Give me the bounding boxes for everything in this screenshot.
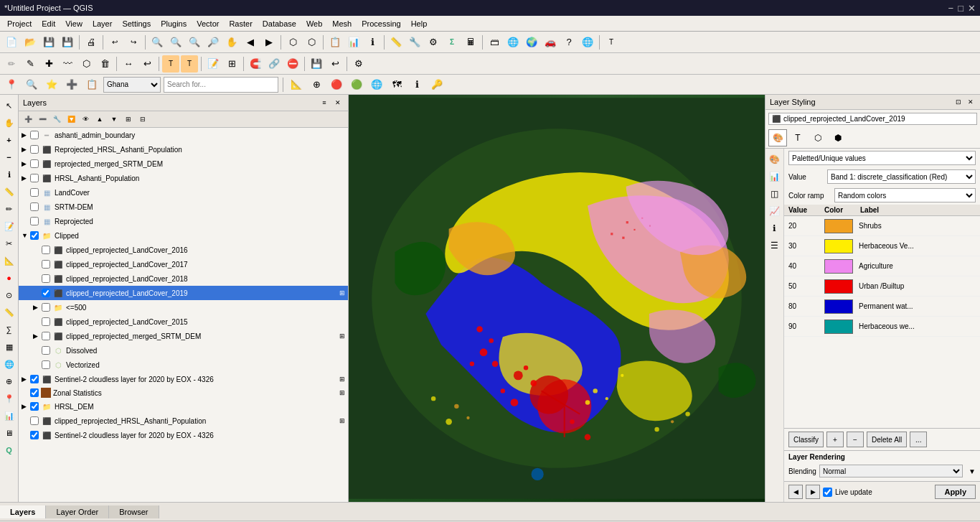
layer-panel-menu-btn[interactable]: ≡ xyxy=(319,97,330,108)
color-swatch-50[interactable] xyxy=(824,279,853,294)
add-color-btn[interactable]: + xyxy=(826,432,844,447)
menu-settings[interactable]: Settings xyxy=(118,18,155,29)
layer-item-srtm-dem[interactable]: ▦ SRTM-DEM xyxy=(19,200,348,214)
expand-icon[interactable]: ▶ xyxy=(22,146,30,153)
layer-item-clipped-hrsl-pop[interactable]: ⬛ clipped_reprojected_HRSL_Ashanti_Popul… xyxy=(19,414,348,428)
add-line-btn[interactable]: 〰 xyxy=(59,55,76,73)
point-tool[interactable]: ● xyxy=(1,270,17,286)
styling-legend-btn[interactable]: ☰ xyxy=(767,238,783,253)
layer-item-clipped-group[interactable]: ▼ 📁 Clipped xyxy=(19,228,348,243)
tool2-btn[interactable]: ⊕ xyxy=(308,76,325,93)
color-swatch-20[interactable] xyxy=(824,219,853,233)
color-swatch-30[interactable] xyxy=(824,239,853,253)
classify-btn[interactable]: Classify xyxy=(788,432,824,447)
globe-tool[interactable]: 🌐 xyxy=(1,356,17,372)
expand-icon[interactable] xyxy=(22,417,30,424)
layer-panel-close-btn[interactable]: ✕ xyxy=(332,97,344,108)
menu-help[interactable]: Help xyxy=(407,18,432,29)
measure-btn[interactable]: 📏 xyxy=(387,34,405,51)
zoom-location-btn[interactable]: 🔍 xyxy=(23,76,40,93)
remove-layer-btn[interactable]: ➖ xyxy=(36,113,49,126)
color-row-30[interactable]: 30 Herbaceous Ve... xyxy=(784,236,980,256)
layer-checkbox[interactable] xyxy=(30,217,39,225)
expand-all-btn[interactable]: ⊞ xyxy=(122,113,135,126)
layer-checkbox[interactable] xyxy=(30,375,39,383)
layer-checkbox[interactable] xyxy=(42,317,50,326)
close-btn[interactable]: ✕ xyxy=(968,3,976,14)
layer-checkbox[interactable] xyxy=(42,274,50,283)
layer-checkbox[interactable] xyxy=(30,402,39,411)
location-select[interactable]: Ghana xyxy=(103,77,161,93)
prev-extent-btn[interactable]: ◀ xyxy=(242,34,259,51)
styling-tab-labels[interactable]: T xyxy=(788,129,807,146)
color-swatch-90[interactable] xyxy=(824,320,853,334)
spatial-tool[interactable]: 📐 xyxy=(1,253,17,269)
add-layer-btn[interactable]: ➕ xyxy=(22,113,34,126)
styling-tab-symbology[interactable]: 🎨 xyxy=(768,129,787,146)
menu-edit[interactable]: Edit xyxy=(37,18,60,29)
menu-web[interactable]: Web xyxy=(302,18,326,29)
expand-icon[interactable]: ▶ xyxy=(33,332,42,340)
color-row-80[interactable]: 80 Permanent wat... xyxy=(784,297,980,317)
calc-btn[interactable]: 🖩 xyxy=(462,34,479,51)
add-point-btn[interactable]: ✚ xyxy=(40,55,57,73)
zoom-selection-btn[interactable]: 🔍 xyxy=(186,34,203,51)
color-ramp-select[interactable]: Random colors xyxy=(834,188,976,202)
expand-icon[interactable] xyxy=(22,218,30,225)
blending-mode-select[interactable]: Normal xyxy=(819,465,963,477)
menu-view[interactable]: View xyxy=(61,18,87,29)
python-btn[interactable]: Σ xyxy=(443,34,461,51)
renderer-select[interactable]: Paletted/Unique values xyxy=(788,151,976,165)
processing-toolbox-btn[interactable]: ⚙ xyxy=(425,34,442,51)
expand-icon[interactable] xyxy=(33,318,42,325)
styling-histogram-btn[interactable]: 📈 xyxy=(767,203,783,219)
new-bookmark-btn[interactable]: ➕ xyxy=(63,76,80,93)
new-project-btn[interactable]: 📄 xyxy=(3,34,20,51)
deselect-btn[interactable]: ⬡ xyxy=(303,34,320,51)
undo-btn[interactable]: ↩ xyxy=(106,34,123,51)
qgis-server-btn[interactable]: 🌐 xyxy=(579,34,596,51)
styling-transparency-btn[interactable]: ◫ xyxy=(767,186,783,202)
color-row-90[interactable]: 90 Herbaceous we... xyxy=(784,317,980,337)
tool6-btn[interactable]: 🗺 xyxy=(388,76,405,93)
styling-single-band-btn[interactable]: 📊 xyxy=(767,169,783,185)
layer-checkbox[interactable] xyxy=(30,202,39,211)
layer-checkbox[interactable] xyxy=(42,360,50,369)
styling-tab-3d[interactable]: ⬢ xyxy=(829,129,847,146)
expand-icon[interactable] xyxy=(33,289,42,297)
expand-icon[interactable] xyxy=(33,261,42,268)
expand-icon[interactable] xyxy=(22,189,30,196)
chart-tool[interactable]: 📊 xyxy=(1,408,17,424)
expand-icon[interactable] xyxy=(22,203,30,210)
osm-btn[interactable]: 🚗 xyxy=(542,34,559,51)
layer-item-hrsl-ashanti[interactable]: ▶ ⬛ HRSL_Ashanti_Population xyxy=(19,171,348,185)
globe2-btn[interactable]: 🌍 xyxy=(523,34,540,51)
filter-layer-btn[interactable]: 🔽 xyxy=(65,113,77,126)
open-table-btn[interactable]: 📋 xyxy=(326,34,344,51)
expand-icon[interactable]: ▶ xyxy=(22,131,30,139)
layer-checkbox[interactable] xyxy=(30,431,39,439)
next-extent-btn[interactable]: ▶ xyxy=(260,34,278,51)
layer-item-le500[interactable]: ▶ 📁 <=500 xyxy=(19,300,348,314)
zoom-out-tool[interactable]: − xyxy=(1,149,17,165)
styling-metadata-btn[interactable]: ℹ xyxy=(767,220,783,236)
layer-item-ashanti-admin[interactable]: ▶ ━ ashanti_admin_boundary xyxy=(19,128,348,142)
layer-checkbox[interactable] xyxy=(30,231,39,240)
layer-checkbox[interactable] xyxy=(30,131,39,139)
menu-project[interactable]: Project xyxy=(3,18,36,29)
layer-item-sentinel-base[interactable]: ⬛ Sentinel-2 cloudless layer for 2020 by… xyxy=(19,428,348,442)
statistics-btn[interactable]: 📊 xyxy=(345,34,362,51)
topological-btn[interactable]: 🔗 xyxy=(265,55,283,73)
move-feature-btn[interactable]: ↔ xyxy=(120,55,137,73)
styling-forward-btn[interactable]: ▶ xyxy=(806,485,820,499)
apply-btn[interactable]: Apply xyxy=(935,485,976,499)
measure-tool[interactable]: 📏 xyxy=(1,184,17,200)
menu-plugins[interactable]: Plugins xyxy=(156,18,191,29)
edit-pencil-btn[interactable]: ✏ xyxy=(3,55,20,73)
save-as-btn[interactable]: 💾 xyxy=(59,34,76,51)
open-project-btn[interactable]: 📂 xyxy=(22,34,39,51)
layer-item-reprojected-hrsl[interactable]: ▶ ⬛ Reprojected_HRSL_Ashanti_Population xyxy=(19,142,348,157)
color-row-40[interactable]: 40 Agriculture xyxy=(784,256,980,276)
label-btn[interactable]: T xyxy=(162,55,179,73)
map-canvas-area[interactable] xyxy=(349,95,765,502)
